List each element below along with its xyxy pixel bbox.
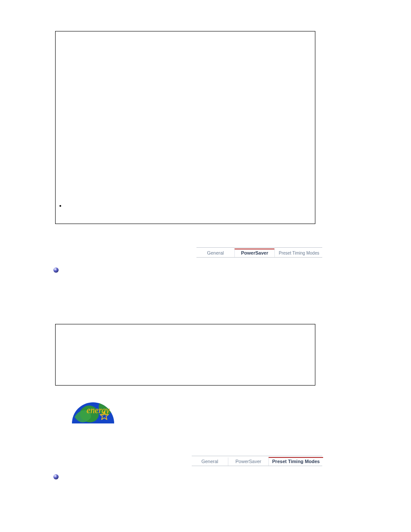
bullet-orb-icon [53, 474, 59, 480]
svg-point-4 [53, 474, 59, 479]
section-tabs-1: General PowerSaver Preset Timing Modes [196, 247, 322, 258]
svg-point-5 [54, 475, 56, 477]
tab-powersaver-1[interactable]: PowerSaver [234, 249, 274, 257]
page-root: General PowerSaver Preset Timing Modes [0, 0, 411, 532]
tab-powersaver-2[interactable]: PowerSaver [228, 457, 268, 466]
bullet-orb-icon [53, 267, 59, 273]
tab-general-1[interactable]: General [196, 249, 234, 257]
tab-preset-timing-1[interactable]: Preset Timing Modes [274, 249, 323, 257]
spec-table-box [55, 31, 315, 224]
svg-text:energy: energy [87, 405, 110, 415]
svg-point-0 [53, 268, 59, 273]
powersaver-table-box [55, 324, 315, 386]
tab-preset-timing-2[interactable]: Preset Timing Modes [268, 457, 323, 466]
tab-general-2[interactable]: General [192, 457, 228, 466]
svg-point-1 [54, 268, 56, 270]
section-tabs-2: General PowerSaver Preset Timing Modes [192, 456, 322, 466]
bullet-dot [59, 205, 61, 207]
energy-star-badge: energy [72, 393, 114, 423]
